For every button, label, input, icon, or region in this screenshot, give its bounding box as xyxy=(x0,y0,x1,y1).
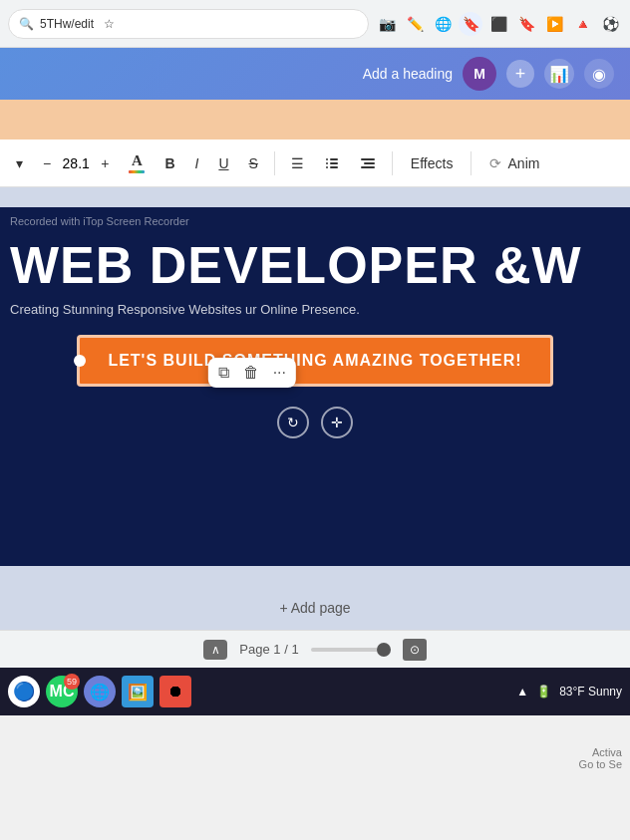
effects-button[interactable]: Effects xyxy=(401,151,464,175)
ext-bookmark-icon[interactable]: 🔖 xyxy=(459,12,482,36)
accent-strip xyxy=(0,100,630,140)
watermark-text: Recorded with iTop Screen Recorder xyxy=(10,215,189,227)
search-icon: 🔍 xyxy=(19,17,34,31)
page-indicator-bar: ∧ Page 1 / 1 ⊙ xyxy=(0,630,630,668)
taskbar-chrome-icon[interactable]: 🔵 xyxy=(8,676,40,707)
italic-button[interactable]: I xyxy=(187,147,207,179)
svg-rect-8 xyxy=(361,166,375,168)
align-left-button[interactable]: ☰ xyxy=(283,147,312,179)
zoom-thumb[interactable] xyxy=(377,643,391,657)
taskbar-chevron-icon[interactable]: ▲ xyxy=(516,685,528,699)
increase-font-button[interactable]: + xyxy=(93,147,117,179)
chart-icon[interactable]: 📊 xyxy=(544,59,574,89)
cta-container: LET'S BUILD SOMETHING AMAZING TOGETHER! xyxy=(0,325,630,397)
svg-rect-2 xyxy=(326,162,328,164)
animation-button[interactable]: ⟳ Anim xyxy=(479,151,549,175)
toolbar-separator-3 xyxy=(471,151,472,175)
font-size-control: − 28.1 + xyxy=(35,147,117,179)
svg-rect-5 xyxy=(330,166,338,168)
formatting-toolbar: ▾ − 28.1 + A B I U S ☰ Effects xyxy=(0,140,630,187)
avatar: M xyxy=(463,57,496,91)
taskbar: 🔵 MC 59 🌐 🖼️ ⏺ ▲ 🔋 83°F Sunny xyxy=(0,668,630,715)
svg-rect-3 xyxy=(330,162,338,164)
activate-windows-overlay: Activa Go to Se xyxy=(579,746,630,770)
add-element-button[interactable]: + xyxy=(506,60,534,88)
font-size-value: 28.1 xyxy=(61,155,91,171)
whatsapp-badge: 59 xyxy=(64,674,80,690)
toolbar-separator-2 xyxy=(392,151,393,175)
delete-icon[interactable]: 🗑 xyxy=(243,364,259,382)
browser-extension-icons: 📷 ✏️ 🌐 🔖 ⬛ 🔖 ▶️ 🔺 ⚽ xyxy=(375,12,622,36)
cta-dot xyxy=(74,355,86,367)
activate-line2: Go to Se xyxy=(579,758,622,770)
taskbar-right: ▲ 🔋 83°F Sunny xyxy=(516,685,622,699)
cta-button[interactable]: LET'S BUILD SOMETHING AMAZING TOGETHER! xyxy=(77,335,552,387)
camera-icon[interactable]: 📷 xyxy=(375,12,399,36)
more-options-icon[interactable]: ··· xyxy=(273,364,286,382)
taskbar-whatsapp-wrap: MC 59 xyxy=(46,676,78,707)
sync-icon[interactable]: ↻ xyxy=(277,407,309,438)
svg-rect-7 xyxy=(364,162,375,164)
taskbar-battery-icon: 🔋 xyxy=(536,685,551,699)
activate-line1: Activa xyxy=(579,746,622,758)
font-color-button[interactable]: A xyxy=(121,147,153,179)
animation-icon: ⟳ xyxy=(489,155,501,171)
canvas-bottom-controls: ↻ ✛ xyxy=(0,397,630,448)
address-bar[interactable]: 🔍 5THw/edit ☆ xyxy=(8,9,369,39)
svg-rect-4 xyxy=(326,166,328,168)
globe-icon[interactable]: 🌐 xyxy=(431,12,455,36)
hero-subtitle: Creating Stunning Responsive Websites ur… xyxy=(0,294,630,325)
ext-arrow-icon[interactable]: 🔺 xyxy=(570,12,594,36)
page-canvas: Recorded with iTop Screen Recorder WEB D… xyxy=(0,207,630,566)
ext-play-icon[interactable]: ▶️ xyxy=(542,12,566,36)
svg-rect-1 xyxy=(330,158,338,160)
add-page-label: + Add page xyxy=(279,600,350,616)
add-heading-button[interactable]: Add a heading xyxy=(363,66,453,82)
taskbar-folder-icon[interactable]: 🖼️ xyxy=(122,676,154,707)
extra-icon[interactable]: ◉ xyxy=(584,59,614,89)
bullets-button[interactable] xyxy=(316,147,348,179)
add-page-section[interactable]: + Add page xyxy=(0,586,630,630)
pen-icon[interactable]: ✏️ xyxy=(403,12,427,36)
cta-label: LET'S BUILD SOMETHING AMAZING TOGETHER! xyxy=(108,352,521,369)
taskbar-record-icon[interactable]: ⏺ xyxy=(159,676,191,707)
browser-bar: 🔍 5THw/edit ☆ 📷 ✏️ 🌐 🔖 ⬛ 🔖 ▶️ 🔺 ⚽ xyxy=(0,0,630,48)
taskbar-browser-icon2[interactable]: 🌐 xyxy=(84,676,116,707)
toolbar-separator-1 xyxy=(274,151,275,175)
ext-gear-icon[interactable]: ⬛ xyxy=(486,12,510,36)
context-menu: ⧉ 🗑 ··· xyxy=(208,358,296,388)
ext-ball-icon[interactable]: ⚽ xyxy=(598,12,622,36)
strikethrough-button[interactable]: S xyxy=(241,147,266,179)
indent-button[interactable] xyxy=(352,147,384,179)
dropdown-arrow-button[interactable]: ▾ xyxy=(8,147,31,179)
copy-icon[interactable]: ⧉ xyxy=(218,364,229,382)
canvas-area: Recorded with iTop Screen Recorder WEB D… xyxy=(0,187,630,586)
bold-button[interactable]: B xyxy=(157,147,182,179)
decrease-font-button[interactable]: − xyxy=(35,147,59,179)
zoom-slider[interactable] xyxy=(311,648,391,652)
ext-flag-icon[interactable]: 🔖 xyxy=(514,12,538,36)
editor-header: Add a heading M + 📊 ◉ xyxy=(0,48,630,100)
zoom-icon-button[interactable]: ⊙ xyxy=(403,639,427,661)
svg-rect-6 xyxy=(361,158,375,160)
zoom-icon: ⊙ xyxy=(410,643,420,657)
page-number-text: Page 1 / 1 xyxy=(239,642,298,657)
underline-button[interactable]: U xyxy=(210,147,236,179)
weather-text: 83°F Sunny xyxy=(559,685,622,699)
scroll-up-button[interactable]: ∧ xyxy=(203,640,227,660)
add-element-canvas-button[interactable]: ✛ xyxy=(321,407,353,438)
url-text: 5THw/edit xyxy=(40,17,94,31)
svg-rect-0 xyxy=(326,158,328,160)
star-icon: ☆ xyxy=(104,17,115,31)
